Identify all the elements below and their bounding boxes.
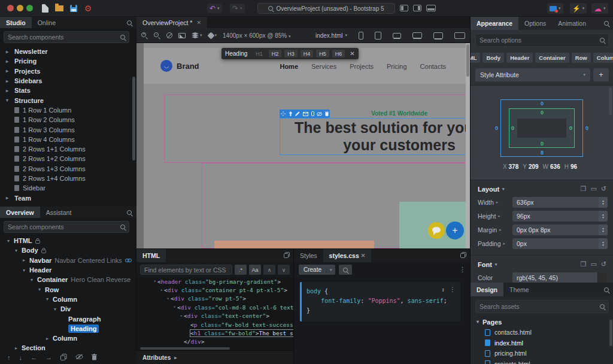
- case-toggle-button[interactable]: Aa: [249, 265, 261, 275]
- styles-menu-button[interactable]: ⋮: [459, 266, 466, 274]
- toggle-left-panel-button[interactable]: [400, 5, 408, 11]
- code-line[interactable]: ▾<div class="row pt-5">: [136, 295, 293, 303]
- preview-nav-pricing[interactable]: Pricing: [387, 63, 407, 70]
- drag-icon[interactable]: [281, 111, 286, 116]
- preview-nav-contacts[interactable]: Contacts: [420, 63, 446, 70]
- close-window-button[interactable]: [7, 5, 14, 11]
- toggle-right-panel-button[interactable]: [413, 5, 421, 11]
- padding-bottom-value[interactable]: 0: [541, 141, 544, 147]
- canvas-size-dropdown[interactable]: 1400px × 600px @ 85% ▾: [223, 32, 290, 39]
- save-button[interactable]: [68, 4, 79, 13]
- preview-nav-services[interactable]: Services: [311, 63, 336, 70]
- find-previous-button[interactable]: ∧: [263, 265, 275, 275]
- color-input[interactable]: rgb(45, 45, 45): [512, 272, 608, 283]
- tab-styles[interactable]: Styles: [294, 249, 323, 262]
- device-phone-icon[interactable]: [359, 32, 363, 40]
- chevron-down-icon[interactable]: ▾: [37, 287, 42, 292]
- chevron-down-icon[interactable]: ▾: [53, 307, 57, 312]
- tab-styles-css[interactable]: styles.css ✕: [323, 249, 372, 262]
- chevron-down-icon[interactable]: ▾: [14, 248, 19, 253]
- duplicate-button[interactable]: [60, 354, 67, 362]
- css-rule-card[interactable]: body { font-family: "Poppins", sans-seri…: [300, 282, 460, 321]
- detach-panel-icon[interactable]: [460, 252, 466, 259]
- tab-assistant[interactable]: Assistant: [40, 207, 78, 218]
- tab-overview[interactable]: Overview: [0, 207, 40, 218]
- publish-button[interactable]: ⚡▾: [570, 3, 587, 14]
- select-parent-icon[interactable]: [289, 111, 293, 116]
- padding-right-value[interactable]: 0: [569, 125, 572, 131]
- create-style-button[interactable]: Create▾: [299, 265, 335, 275]
- component-category[interactable]: ▸Sidebars: [0, 76, 136, 86]
- component-category[interactable]: ▸Pricing: [0, 56, 136, 66]
- tree-node-navbar[interactable]: ▸NavbarNavbar Centered Links: [0, 256, 136, 265]
- heading-level-h6[interactable]: H6: [332, 50, 345, 57]
- regex-toggle-button[interactable]: .*: [235, 265, 247, 275]
- tree-node-column[interactable]: ▸Column: [0, 333, 136, 343]
- responsive-icon[interactable]: [311, 111, 314, 116]
- breadcrumb-chip-header[interactable]: Header: [506, 53, 533, 63]
- reset-icon[interactable]: ↺: [601, 260, 606, 268]
- redo-button[interactable]: ↷▾: [230, 4, 245, 13]
- chat-fab-button[interactable]: [428, 222, 445, 239]
- chevron-right-icon[interactable]: ▸: [14, 345, 19, 351]
- margin-bottom-value[interactable]: 8: [541, 150, 544, 156]
- search-icon[interactable]: [127, 210, 132, 215]
- tab-studio[interactable]: Studio: [0, 17, 32, 28]
- delete-element-button[interactable]: [92, 354, 97, 362]
- property-input-margin[interactable]: 0px 0px 8px▴▾: [512, 225, 608, 235]
- styles-search-button[interactable]: [339, 265, 352, 275]
- chevron-right-icon[interactable]: ▸: [45, 336, 50, 341]
- stepper-icon[interactable]: ▴▾: [599, 238, 608, 249]
- margin-top-value[interactable]: 0: [541, 101, 544, 107]
- open-folder-button[interactable]: [54, 4, 65, 13]
- chevron-right-icon[interactable]: ▸: [22, 257, 26, 263]
- box-model-margin[interactable]: 0 8 0 0 0 0 0 0: [500, 99, 583, 157]
- link-icon[interactable]: [303, 112, 308, 116]
- tree-node-section[interactable]: ▸Section: [0, 343, 136, 351]
- outline-view-button[interactable]: [178, 33, 186, 38]
- component-item[interactable]: Sidebar: [0, 183, 136, 193]
- breadcrumb-chip-container[interactable]: Container: [535, 53, 569, 63]
- chevron-down-icon[interactable]: ▾: [45, 296, 50, 302]
- code-line[interactable]: ▾<div class="text-center">: [136, 312, 293, 320]
- property-input-width[interactable]: 636px▴▾: [512, 197, 608, 208]
- layout-section-header[interactable]: Layout ▾ ❐▭↺: [471, 180, 613, 195]
- add-fab-button[interactable]: +: [446, 222, 464, 239]
- tab-options[interactable]: Options: [518, 17, 552, 30]
- minimize-window-button[interactable]: [17, 5, 23, 11]
- code-line[interactable]: <p class="fw-bold text-success mb-2">Vot…: [136, 320, 293, 329]
- zoom-out-button[interactable]: -: [154, 32, 160, 39]
- component-item[interactable]: 2 Rows 1+2 Columns: [0, 154, 136, 163]
- theme-light-button[interactable]: ▾: [208, 33, 217, 38]
- maximize-window-button[interactable]: [26, 5, 33, 11]
- css-line[interactable]: body {: [306, 286, 456, 296]
- component-item[interactable]: 1 Row 4 Columns: [0, 135, 136, 144]
- preview-nav-projects[interactable]: Projects: [350, 63, 374, 70]
- tree-node-container[interactable]: ▾ContainerHero Clean Reverse: [0, 275, 136, 284]
- heading-level-h3[interactable]: H3: [284, 50, 298, 57]
- component-category[interactable]: ▸Stats: [0, 86, 136, 95]
- stepper-icon[interactable]: ▴▾: [599, 225, 608, 235]
- component-item[interactable]: 1 Row 2 Columns: [0, 115, 136, 125]
- tree-node-row[interactable]: ▾Row: [0, 284, 136, 294]
- preview-nav-home[interactable]: Home: [280, 63, 298, 70]
- close-icon[interactable]: ✕: [361, 253, 366, 259]
- page-item-contacts.html[interactable]: contacts.html: [471, 327, 613, 338]
- inspector-scrollbar[interactable]: [609, 87, 612, 115]
- reset-icon[interactable]: ↺: [601, 185, 606, 193]
- search-icon[interactable]: [127, 20, 132, 25]
- move-up-button[interactable]: ↑: [7, 354, 11, 361]
- pages-scrollbar[interactable]: [609, 320, 612, 346]
- heading-level-h4[interactable]: H4: [301, 50, 314, 57]
- margin-right-value[interactable]: 0: [585, 125, 588, 131]
- zoom-in-button[interactable]: +: [141, 32, 148, 39]
- component-category[interactable]: ▾Structure: [0, 95, 136, 105]
- move-right-button[interactable]: →: [45, 354, 52, 361]
- copy-icon[interactable]: ❐: [581, 185, 587, 193]
- component-category[interactable]: ▸Team: [0, 193, 136, 202]
- chevron-down-icon[interactable]: ▾: [6, 238, 11, 244]
- device-laptop-icon[interactable]: [412, 32, 422, 38]
- project-search-box[interactable]: OverviewProject (unsaved) - Bootstrap 5: [257, 3, 395, 14]
- hero-heading-text[interactable]: The best solution for you and your custo…: [280, 119, 470, 154]
- component-category[interactable]: ▸Projects: [0, 66, 136, 76]
